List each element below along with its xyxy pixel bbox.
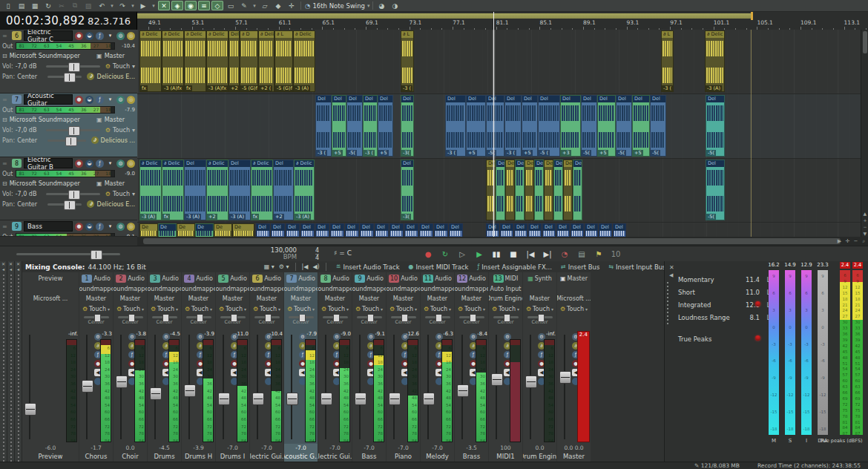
audio-clip[interactable]: ∂ Delic-3 (A) [139, 160, 162, 220]
plugin-power-icon[interactable]: ◑ [389, 1, 401, 10]
channel-strip[interactable]: ▦Synth Master⚙Touch▾Center⚙∂ƒ●◀612182430… [523, 272, 556, 462]
pan-slider[interactable] [493, 316, 519, 318]
chevron-down-icon[interactable]: ▾ [132, 191, 135, 197]
collapse-icon[interactable]: ◀ [669, 272, 673, 278]
pan-handle[interactable] [333, 315, 340, 322]
drag-handle[interactable] [10, 275, 12, 462]
play-from-cursor-button[interactable]: ▷ [457, 250, 467, 258]
audio-clip[interactable]: Del [500, 223, 513, 237]
pan-slider[interactable] [357, 316, 382, 318]
chevron-down-icon[interactable]: ▾ [244, 306, 246, 312]
audio-clip[interactable]: De [544, 160, 553, 220]
collapse-icon[interactable]: ◂ [10, 266, 12, 272]
audio-clip[interactable]: Del-5( [486, 95, 504, 157]
caret-icon[interactable]: ▾ [109, 1, 115, 10]
chevron-down-icon[interactable]: ▾ [176, 306, 178, 312]
drag-handle-icon[interactable]: ≡ [2, 33, 10, 39]
pan-handle[interactable] [367, 315, 374, 322]
track-name[interactable]: Bass [24, 221, 73, 232]
chevron-down-icon[interactable]: ▾ [210, 306, 212, 312]
channel-strip[interactable]: 12AudioSoundmapperMaster⚙Touch▾Center⚙∂ƒ… [455, 272, 488, 462]
fx-bin-icon[interactable]: ƒ [96, 160, 104, 168]
audio-clip[interactable]: Del [449, 223, 463, 237]
chevron-down-icon[interactable]: ▾ [142, 306, 144, 312]
close-icon[interactable]: ✕ [669, 264, 674, 271]
chevron-down-icon[interactable]: ▾ [551, 306, 553, 312]
input-name[interactable]: Microsoft Soundmapper [10, 117, 80, 123]
insert-button[interactable]: ≝Insert Audio Track [336, 263, 400, 271]
audio-clip[interactable]: ∂ Delicfx [162, 160, 184, 220]
audio-clip[interactable]: De [505, 160, 515, 220]
audio-clip[interactable]: Del [528, 223, 542, 237]
close-icon[interactable]: ✕ [9, 261, 13, 266]
zoom-out-icon[interactable]: − [863, 223, 867, 230]
chevron-down-icon[interactable]: ▾ [367, 3, 370, 9]
audio-clip[interactable]: ∂ Delic-3 (A) [294, 160, 315, 220]
audio-clip[interactable]: De [534, 160, 544, 220]
pan-handle[interactable] [401, 315, 408, 322]
audio-clip[interactable]: ∂ L-5 (G)fx [274, 30, 293, 92]
fader-handle[interactable] [423, 393, 435, 405]
clip-indicator[interactable]: 2.4 [840, 262, 850, 269]
drag-handle-icon[interactable]: ≡ [2, 96, 10, 103]
audio-clip[interactable]: De [232, 223, 254, 237]
pan-slider[interactable] [47, 203, 82, 206]
channel-name[interactable]: Electric Gui... [318, 451, 352, 462]
output-bus[interactable]: Master [105, 53, 125, 59]
pan-handle[interactable] [197, 315, 203, 322]
fx-name[interactable]: Delicious ... [101, 137, 135, 144]
automation-mode[interactable]: Touch [113, 191, 130, 197]
record-arm-icon[interactable]: ● [75, 223, 83, 231]
move-tool-icon[interactable]: ✛ [286, 1, 297, 10]
fx-icon[interactable]: ∂ [91, 137, 99, 144]
insert-button[interactable]: ●Insert MIDI Track [409, 263, 469, 271]
save-icon[interactable]: ▦ [29, 1, 41, 10]
channel-name[interactable]: Master [557, 451, 591, 462]
caret-icon[interactable]: ▾ [151, 1, 157, 10]
record-arm-icon[interactable]: ● [75, 96, 83, 104]
freeze-icon[interactable]: ◍ [116, 32, 125, 40]
track-lane[interactable]: ∂ Delicfx∂ Delic-3 (A)fx∂ Delicfx∂ Delic… [137, 30, 868, 94]
audio-clip[interactable]: Del [389, 223, 404, 237]
insert-button[interactable]: ⇄Insert Bus [561, 263, 599, 271]
chevron-down-icon[interactable]: ▾ [449, 306, 451, 312]
output-bus[interactable]: Master [105, 180, 125, 187]
track-header[interactable]: ≡8Electric Guitar B●◒ƒ▾◍◎Out817263544536… [0, 157, 137, 220]
pan-slider[interactable] [220, 316, 246, 318]
audio-clip[interactable]: De [214, 223, 232, 237]
freeze-icon[interactable]: ◍ [116, 96, 125, 104]
fader-handle[interactable] [184, 384, 196, 397]
nudge-tool-icon[interactable]: ◆ [272, 1, 284, 10]
chevron-down-icon[interactable]: ▾ [278, 306, 280, 312]
volume-slider[interactable] [46, 193, 100, 195]
timeline-ruler[interactable]: 49.153.157.161.165.169.173.177.181.185.1… [137, 12, 868, 30]
mute-icon[interactable]: ◒ [85, 96, 93, 104]
audio-clip[interactable]: Del-3 ( [504, 95, 522, 157]
redo-icon[interactable]: ↷ [116, 1, 128, 10]
fader-handle[interactable] [559, 371, 571, 384]
audio-clip[interactable]: Del [345, 223, 359, 237]
audio-clip[interactable]: Del-3 ( [445, 95, 466, 157]
audio-clip[interactable]: Del [271, 223, 285, 237]
freeze-icon[interactable]: ◍ [116, 223, 125, 231]
channel-strip[interactable]: 13MIDIAuto InputDrum Engine⚙Touch▾Center… [489, 272, 522, 462]
draw-tool-icon[interactable]: ✎ [238, 1, 250, 10]
archive-icon[interactable]: ◎ [127, 32, 135, 40]
audio-clip[interactable]: ∂ Delic+2 [206, 160, 228, 220]
automation-gear-icon[interactable]: ⚙ [321, 306, 326, 312]
fader-handle[interactable] [525, 375, 537, 388]
pan-handle[interactable] [128, 315, 135, 322]
channel-strip[interactable]: 8AudioSoundmapperMaster⚙Touch▾Center⚙∂ƒ●… [318, 272, 352, 462]
record-arm-icon[interactable]: ● [75, 32, 83, 40]
automation-gear-icon[interactable]: ⚙ [185, 306, 190, 312]
channel-strip[interactable]: 3AudioSoundmapperMaster⚙Touch▾Center⚙∂ƒ●… [148, 272, 181, 462]
pan-slider[interactable] [425, 316, 450, 318]
channel-strip[interactable]: 5AudioSoundmapperMaster⚙Touch▾Center⚙∂ƒ●… [216, 272, 249, 462]
audio-clip[interactable]: Del [419, 223, 433, 237]
channel-strip[interactable]: 6AudioSoundmapperMaster⚙Touch▾Center⚙∂ƒ●… [250, 272, 283, 462]
channel-strip[interactable]: ▣Master Microsoft ...⚙Touch▾⚙∂ƒ●◀6121824… [557, 272, 591, 462]
copy-icon[interactable]: ⧉ [69, 1, 81, 10]
track-header[interactable]: ≡6Electric Guitar C●◒ƒ▾◍◎Out817263544536… [0, 30, 137, 94]
slider-handle[interactable] [65, 137, 77, 146]
sync-icon[interactable]: ↻ [42, 1, 54, 10]
